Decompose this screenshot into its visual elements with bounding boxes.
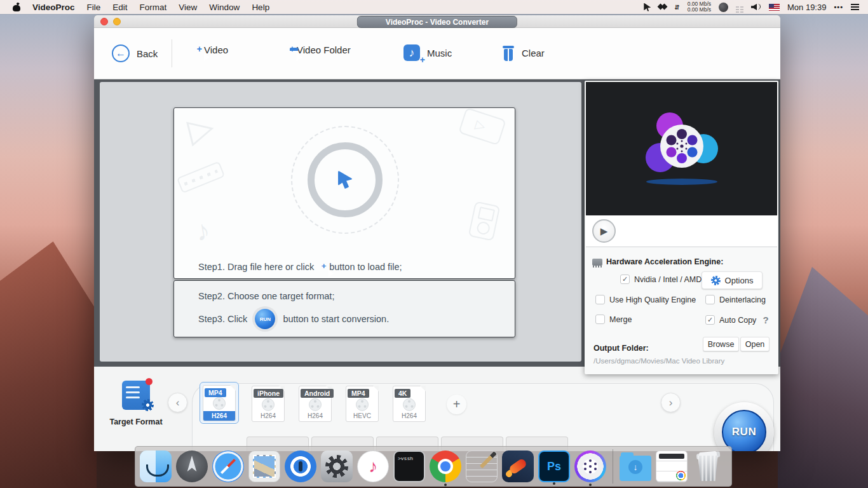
toolbar-divider <box>172 39 172 67</box>
format-chip-4k-h264[interactable]: 4K H264 <box>393 386 426 422</box>
music-label: Music <box>427 48 452 58</box>
running-indicator <box>553 482 555 485</box>
checkbox-nvidia-intel-amd[interactable]: ✓ <box>620 274 630 284</box>
back-label: Back <box>137 48 158 59</box>
drop-target-ring[interactable] <box>308 142 383 217</box>
notification-center-icon[interactable] <box>851 3 859 11</box>
checkbox-label: Nvidia / Intel / AMD <box>634 275 702 284</box>
deinterlacing-row: Deinterlacing <box>705 295 766 304</box>
merge-row: Merge <box>595 315 632 324</box>
add-video-button[interactable]: + Video <box>197 44 228 55</box>
volume-icon[interactable] <box>751 3 761 11</box>
play-button[interactable] <box>592 219 616 243</box>
run-button[interactable]: RUN <box>722 410 766 451</box>
title-bar[interactable]: VideoProc - Video Converter <box>94 15 780 28</box>
dock-documents-stack-icon[interactable] <box>656 451 688 482</box>
film-reel-icon <box>213 397 226 410</box>
cpu-chip-icon <box>592 259 602 266</box>
high-quality-row: Use High Quality Engine <box>595 295 696 304</box>
dock-system-preferences-icon[interactable] <box>321 451 353 482</box>
options-button[interactable]: Options <box>702 271 763 289</box>
menu-help[interactable]: Help <box>252 3 269 12</box>
format-codec: H264 <box>299 412 331 419</box>
dock-downloads-folder-icon[interactable] <box>620 456 651 481</box>
pointer-status-icon[interactable] <box>644 3 651 11</box>
menu-app-name[interactable]: VideoProc <box>32 3 75 12</box>
checkbox-deinterlacing[interactable] <box>705 295 715 304</box>
film-reel-icon <box>403 398 416 410</box>
format-chip-mp4-hevc[interactable]: MP4 HEVC <box>346 386 379 422</box>
dock-1password-icon[interactable] <box>285 451 316 482</box>
menu-edit[interactable]: Edit <box>112 3 127 12</box>
dock-finder-icon[interactable] <box>140 451 172 482</box>
checkbox-high-quality-engine[interactable] <box>595 295 605 304</box>
format-badge: Android <box>301 389 334 398</box>
step2-instruction: Step2. Choose one target format; <box>198 291 334 301</box>
dock-itunes-icon[interactable] <box>357 451 389 482</box>
formats-next-button[interactable]: › <box>661 393 681 412</box>
output-folder-path: /Users/dgmac/Movies/Mac Video Library <box>593 357 724 365</box>
back-button[interactable]: Back <box>112 44 158 62</box>
step2-text: Step2. Choose one target format; <box>198 291 334 301</box>
apple-menu-icon[interactable] <box>13 3 20 11</box>
video-folder-label: Video Folder <box>297 44 351 55</box>
format-chip-iphone-h264[interactable]: iPhone H264 <box>252 386 285 422</box>
add-format-button[interactable]: + <box>447 395 466 414</box>
dock-chrome-icon[interactable] <box>430 451 461 482</box>
menu-file[interactable]: File <box>87 3 101 12</box>
clear-label: Clear <box>522 48 545 58</box>
format-codec: H264 <box>252 412 284 419</box>
format-codec: H264 <box>393 412 425 419</box>
sync-arrows-icon[interactable]: ⇵ <box>674 4 679 11</box>
download-speed: 0.00 Mb/s <box>688 7 711 13</box>
dropbox-icon[interactable] <box>658 3 667 11</box>
input-language-flag-icon[interactable] <box>769 4 780 11</box>
menu-window[interactable]: Window <box>209 3 240 12</box>
menu-clock[interactable]: Mon 19:39 <box>787 3 826 12</box>
inactive-bars-icon[interactable] <box>736 6 743 8</box>
dock-rocket-app-icon[interactable] <box>502 451 534 482</box>
siri-more-icon[interactable]: ••• <box>834 3 843 11</box>
hardware-title-text: Hardware Acceleration Engine: <box>606 257 723 266</box>
dock-trash-icon[interactable] <box>695 452 721 484</box>
browse-button[interactable]: Browse <box>703 337 739 351</box>
network-speed-indicator[interactable]: 0.00 Mb/s 0.00 Mb/s <box>688 1 711 13</box>
add-video-folder-button[interactable]: + Video Folder <box>290 44 351 55</box>
hardware-acceleration-title: Hardware Acceleration Engine: <box>592 257 723 266</box>
help-question-icon[interactable]: ? <box>763 315 768 325</box>
running-indicator <box>444 484 447 486</box>
formats-prev-button[interactable]: ‹ <box>168 393 187 412</box>
menu-format[interactable]: Format <box>140 3 167 12</box>
format-badge: MP4 <box>348 389 369 398</box>
checkbox-merge[interactable] <box>595 315 605 324</box>
menu-view[interactable]: View <box>179 3 197 12</box>
open-button[interactable]: Open <box>740 337 770 351</box>
clear-button[interactable]: Clear <box>502 44 545 61</box>
dock-launchpad-icon[interactable] <box>176 451 208 482</box>
dock-terminal-icon[interactable]: >vssh <box>393 451 425 482</box>
dock-photoshop-icon[interactable]: Ps <box>538 451 570 482</box>
drop-zone[interactable]: ▷ ♪ Step1. Drag file here or click + but… <box>173 107 515 279</box>
minimize-window-button[interactable] <box>113 18 121 25</box>
plus-icon: + <box>322 261 327 271</box>
dock-mail-icon[interactable] <box>248 451 280 482</box>
format-chip-android-h264[interactable]: Android H264 <box>299 386 332 422</box>
desktop-wallpaper-left-rock <box>0 241 97 488</box>
gpu-vendor-row: ✓ Nvidia / Intel / AMD <box>620 274 702 284</box>
dock-videoproc-icon[interactable] <box>574 451 606 482</box>
videoproc-window: VideoProc - Video Converter Back + Video… <box>94 15 780 451</box>
checkbox-label: Deinterlacing <box>719 295 766 304</box>
menubar-app-icon[interactable] <box>719 3 728 12</box>
step3-instruction: Step3. Click RUN button to start convers… <box>198 309 389 329</box>
watermark-ipod-icon <box>468 201 501 241</box>
plus-icon: + <box>197 44 202 54</box>
format-chip-mp4-h264-selected[interactable]: MP4 H264 <box>200 382 239 424</box>
options-label: Options <box>725 276 754 285</box>
close-window-button[interactable] <box>100 18 108 25</box>
run-mini-icon: RUN <box>255 309 275 329</box>
add-music-button[interactable]: + Music <box>403 44 452 61</box>
photoshop-glyph: Ps <box>547 460 561 473</box>
dock-notes-icon[interactable] <box>466 451 498 482</box>
dock-safari-icon[interactable] <box>212 451 244 482</box>
checkbox-auto-copy[interactable]: ✓ <box>705 315 715 325</box>
